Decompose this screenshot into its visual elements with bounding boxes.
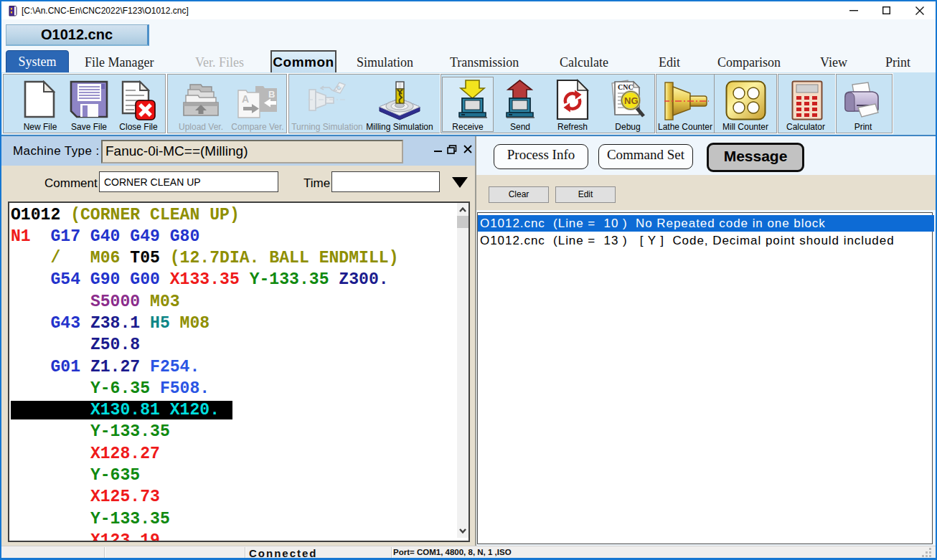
svg-text:A: A xyxy=(242,93,249,105)
svg-text:NG: NG xyxy=(624,95,639,106)
svg-text:B: B xyxy=(268,89,275,100)
svg-text:CNC: CNC xyxy=(618,83,634,91)
